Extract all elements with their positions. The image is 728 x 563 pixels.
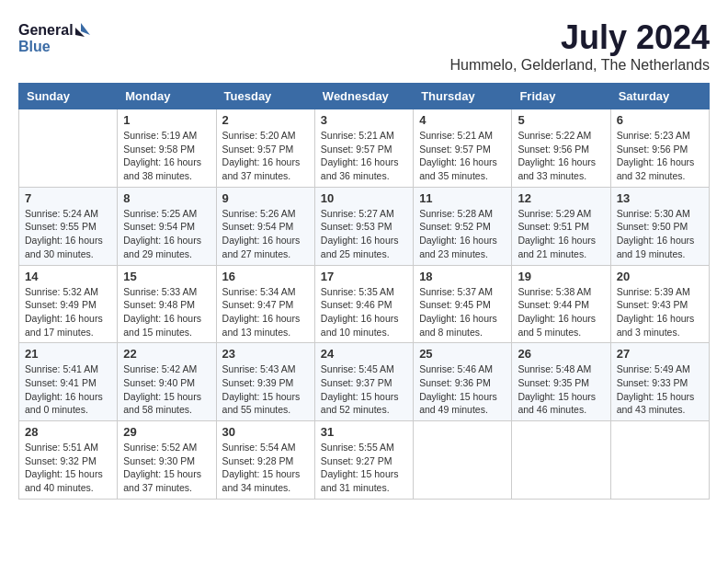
day-number: 8 bbox=[123, 191, 210, 205]
week-row-1: 1Sunrise: 5:19 AM Sunset: 9:58 PM Daylig… bbox=[19, 109, 710, 188]
day-number: 10 bbox=[321, 191, 407, 205]
calendar-cell: 24Sunrise: 5:45 AM Sunset: 9:37 PM Dayli… bbox=[314, 343, 413, 421]
calendar-cell: 9Sunrise: 5:26 AM Sunset: 9:54 PM Daylig… bbox=[216, 187, 314, 265]
day-number: 18 bbox=[419, 270, 506, 283]
day-number: 29 bbox=[123, 425, 210, 439]
calendar-cell: 8Sunrise: 5:25 AM Sunset: 9:54 PM Daylig… bbox=[118, 187, 216, 265]
calendar-cell: 23Sunrise: 5:43 AM Sunset: 9:39 PM Dayli… bbox=[216, 343, 314, 421]
day-number: 26 bbox=[518, 347, 604, 361]
day-number: 5 bbox=[518, 113, 604, 127]
day-number: 15 bbox=[123, 270, 210, 283]
header-sunday: Sunday bbox=[19, 84, 118, 109]
calendar-cell: 1Sunrise: 5:19 AM Sunset: 9:58 PM Daylig… bbox=[118, 109, 216, 188]
calendar-cell: 22Sunrise: 5:42 AM Sunset: 9:40 PM Dayli… bbox=[118, 343, 216, 421]
calendar-cell: 2Sunrise: 5:20 AM Sunset: 9:57 PM Daylig… bbox=[216, 109, 314, 188]
day-info: Sunrise: 5:38 AM Sunset: 9:44 PM Dayligh… bbox=[518, 285, 604, 339]
location: Hummelo, Gelderland, The Netherlands bbox=[449, 57, 710, 74]
day-info: Sunrise: 5:45 AM Sunset: 9:37 PM Dayligh… bbox=[321, 362, 407, 417]
day-info: Sunrise: 5:32 AM Sunset: 9:49 PM Dayligh… bbox=[25, 285, 111, 339]
day-number: 27 bbox=[617, 347, 703, 361]
day-info: Sunrise: 5:27 AM Sunset: 9:53 PM Dayligh… bbox=[321, 207, 407, 261]
week-row-4: 21Sunrise: 5:41 AM Sunset: 9:41 PM Dayli… bbox=[19, 343, 710, 421]
header-friday: Friday bbox=[512, 84, 610, 109]
day-info: Sunrise: 5:21 AM Sunset: 9:57 PM Dayligh… bbox=[321, 129, 407, 183]
header-saturday: Saturday bbox=[610, 84, 709, 109]
calendar-cell: 31Sunrise: 5:55 AM Sunset: 9:27 PM Dayli… bbox=[314, 421, 413, 500]
day-number: 6 bbox=[617, 113, 703, 127]
day-number: 20 bbox=[617, 270, 703, 283]
calendar-cell bbox=[19, 109, 118, 188]
day-number: 31 bbox=[321, 425, 407, 439]
day-info: Sunrise: 5:52 AM Sunset: 9:30 PM Dayligh… bbox=[123, 441, 210, 495]
month-year: July 2024 bbox=[449, 18, 710, 57]
calendar-cell bbox=[512, 421, 610, 500]
calendar-cell: 28Sunrise: 5:51 AM Sunset: 9:32 PM Dayli… bbox=[19, 421, 118, 500]
day-number: 11 bbox=[419, 191, 506, 205]
header-thursday: Thursday bbox=[414, 84, 512, 109]
day-info: Sunrise: 5:34 AM Sunset: 9:47 PM Dayligh… bbox=[222, 285, 309, 339]
calendar-cell: 16Sunrise: 5:34 AM Sunset: 9:47 PM Dayli… bbox=[216, 265, 314, 343]
day-info: Sunrise: 5:42 AM Sunset: 9:40 PM Dayligh… bbox=[123, 362, 210, 417]
calendar-cell: 18Sunrise: 5:37 AM Sunset: 9:45 PM Dayli… bbox=[414, 265, 512, 343]
calendar-cell: 13Sunrise: 5:30 AM Sunset: 9:50 PM Dayli… bbox=[610, 187, 709, 265]
day-number: 9 bbox=[222, 191, 309, 205]
day-info: Sunrise: 5:22 AM Sunset: 9:56 PM Dayligh… bbox=[518, 129, 604, 183]
svg-text:Blue: Blue bbox=[18, 39, 51, 54]
calendar: Sunday Monday Tuesday Wednesday Thursday… bbox=[18, 83, 710, 500]
svg-text:General: General bbox=[18, 22, 74, 38]
header-monday: Monday bbox=[118, 84, 216, 109]
header-tuesday: Tuesday bbox=[216, 84, 314, 109]
day-number: 19 bbox=[518, 270, 604, 283]
day-number: 13 bbox=[617, 191, 703, 205]
calendar-cell: 7Sunrise: 5:24 AM Sunset: 9:55 PM Daylig… bbox=[19, 187, 118, 265]
day-info: Sunrise: 5:54 AM Sunset: 9:28 PM Dayligh… bbox=[222, 441, 309, 495]
header-wednesday: Wednesday bbox=[314, 84, 413, 109]
day-info: Sunrise: 5:41 AM Sunset: 9:41 PM Dayligh… bbox=[25, 362, 111, 417]
day-number: 28 bbox=[25, 425, 111, 439]
calendar-cell: 19Sunrise: 5:38 AM Sunset: 9:44 PM Dayli… bbox=[512, 265, 610, 343]
calendar-cell bbox=[414, 421, 512, 500]
day-info: Sunrise: 5:25 AM Sunset: 9:54 PM Dayligh… bbox=[123, 207, 210, 261]
day-info: Sunrise: 5:19 AM Sunset: 9:58 PM Dayligh… bbox=[123, 129, 210, 183]
calendar-cell: 14Sunrise: 5:32 AM Sunset: 9:49 PM Dayli… bbox=[19, 265, 118, 343]
logo-icon: GeneralBlue bbox=[18, 18, 92, 60]
week-row-3: 14Sunrise: 5:32 AM Sunset: 9:49 PM Dayli… bbox=[19, 265, 710, 343]
calendar-cell: 25Sunrise: 5:46 AM Sunset: 9:36 PM Dayli… bbox=[414, 343, 512, 421]
day-info: Sunrise: 5:26 AM Sunset: 9:54 PM Dayligh… bbox=[222, 207, 309, 261]
calendar-cell: 12Sunrise: 5:29 AM Sunset: 9:51 PM Dayli… bbox=[512, 187, 610, 265]
day-info: Sunrise: 5:39 AM Sunset: 9:43 PM Dayligh… bbox=[617, 285, 703, 339]
calendar-cell: 21Sunrise: 5:41 AM Sunset: 9:41 PM Dayli… bbox=[19, 343, 118, 421]
day-info: Sunrise: 5:21 AM Sunset: 9:57 PM Dayligh… bbox=[419, 129, 506, 183]
day-info: Sunrise: 5:48 AM Sunset: 9:35 PM Dayligh… bbox=[518, 362, 604, 417]
day-info: Sunrise: 5:43 AM Sunset: 9:39 PM Dayligh… bbox=[222, 362, 309, 417]
day-info: Sunrise: 5:51 AM Sunset: 9:32 PM Dayligh… bbox=[25, 441, 111, 495]
calendar-cell: 11Sunrise: 5:28 AM Sunset: 9:52 PM Dayli… bbox=[414, 187, 512, 265]
day-number: 24 bbox=[321, 347, 407, 361]
svg-marker-2 bbox=[81, 23, 90, 35]
header-area: GeneralBlue July 2024 Hummelo, Gelderlan… bbox=[18, 18, 710, 74]
title-area: July 2024 Hummelo, Gelderland, The Nethe… bbox=[449, 18, 710, 74]
day-info: Sunrise: 5:29 AM Sunset: 9:51 PM Dayligh… bbox=[518, 207, 604, 261]
calendar-cell: 27Sunrise: 5:49 AM Sunset: 9:33 PM Dayli… bbox=[610, 343, 709, 421]
day-info: Sunrise: 5:49 AM Sunset: 9:33 PM Dayligh… bbox=[617, 362, 703, 417]
calendar-cell bbox=[610, 421, 709, 500]
week-row-5: 28Sunrise: 5:51 AM Sunset: 9:32 PM Dayli… bbox=[19, 421, 710, 500]
calendar-cell: 29Sunrise: 5:52 AM Sunset: 9:30 PM Dayli… bbox=[118, 421, 216, 500]
day-info: Sunrise: 5:55 AM Sunset: 9:27 PM Dayligh… bbox=[321, 441, 407, 495]
day-number: 2 bbox=[222, 113, 309, 127]
day-number: 3 bbox=[321, 113, 407, 127]
day-number: 23 bbox=[222, 347, 309, 361]
day-number: 22 bbox=[123, 347, 210, 361]
calendar-cell: 6Sunrise: 5:23 AM Sunset: 9:56 PM Daylig… bbox=[610, 109, 709, 188]
logo: GeneralBlue bbox=[18, 18, 92, 60]
day-number: 12 bbox=[518, 191, 604, 205]
day-info: Sunrise: 5:46 AM Sunset: 9:36 PM Dayligh… bbox=[419, 362, 506, 417]
calendar-cell: 20Sunrise: 5:39 AM Sunset: 9:43 PM Dayli… bbox=[610, 265, 709, 343]
day-info: Sunrise: 5:30 AM Sunset: 9:50 PM Dayligh… bbox=[617, 207, 703, 261]
day-number: 14 bbox=[25, 270, 111, 283]
calendar-cell: 26Sunrise: 5:48 AM Sunset: 9:35 PM Dayli… bbox=[512, 343, 610, 421]
day-info: Sunrise: 5:37 AM Sunset: 9:45 PM Dayligh… bbox=[419, 285, 506, 339]
calendar-cell: 15Sunrise: 5:33 AM Sunset: 9:48 PM Dayli… bbox=[118, 265, 216, 343]
day-info: Sunrise: 5:33 AM Sunset: 9:48 PM Dayligh… bbox=[123, 285, 210, 339]
calendar-cell: 10Sunrise: 5:27 AM Sunset: 9:53 PM Dayli… bbox=[314, 187, 413, 265]
